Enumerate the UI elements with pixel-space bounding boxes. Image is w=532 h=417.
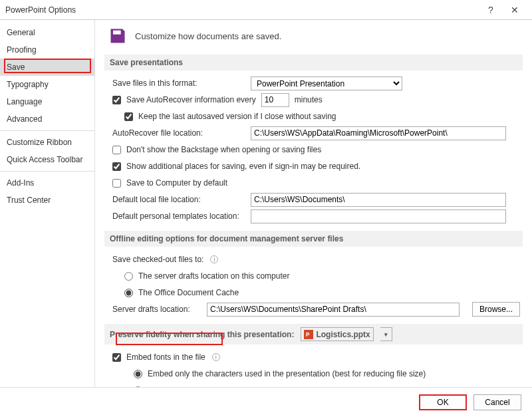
titlebar: PowerPoint Options ? ✕: [0, 0, 532, 20]
embed-chars-label: Embed only the characters used in the pr…: [148, 369, 426, 378]
checkedout-label: Save checked-out files to:: [112, 255, 203, 264]
server-drafts-radio[interactable]: [124, 272, 133, 281]
drafts-loc-input[interactable]: [207, 303, 460, 317]
default-local-label: Default local file location:: [112, 195, 245, 204]
browse-button[interactable]: Browse...: [472, 302, 520, 317]
drafts-loc-label: Server drafts location:: [112, 305, 201, 314]
autorecover-loc-input[interactable]: [251, 126, 506, 140]
info-icon[interactable]: i: [212, 353, 220, 361]
presentation-file-combo[interactable]: P Logistics.pptx: [301, 327, 373, 341]
keep-last-checkbox[interactable]: [124, 112, 133, 121]
embed-fonts-label: Embed fonts in the file: [126, 352, 205, 362]
save-computer-checkbox[interactable]: [112, 179, 121, 188]
powerpoint-file-icon: P: [304, 330, 313, 339]
page-header: Customize how documents are saved.: [135, 31, 281, 41]
sidebar-item-advanced[interactable]: Advanced: [0, 110, 94, 128]
save-format-select[interactable]: PowerPoint Presentation: [251, 76, 402, 90]
section-offline-editing: Offline editing options for document man…: [104, 231, 523, 247]
presentation-file-name: Logistics.pptx: [316, 330, 370, 339]
embed-all-radio[interactable]: [134, 386, 142, 388]
section-preserve-fidelity: Preserve fidelity when sharing this pres…: [104, 324, 523, 345]
keep-last-label: Keep the last autosaved version if I clo…: [138, 112, 336, 121]
additional-places-checkbox[interactable]: [112, 162, 121, 171]
no-backstage-checkbox[interactable]: [112, 146, 121, 154]
autorecover-checkbox[interactable]: [112, 96, 121, 104]
doc-cache-label: The Office Document Cache: [138, 288, 239, 297]
autorecover-minutes-input[interactable]: [261, 93, 289, 107]
sidebar-item-addins[interactable]: Add-Ins: [0, 174, 94, 192]
embed-chars-radio[interactable]: [134, 370, 142, 378]
default-local-input[interactable]: [251, 193, 506, 207]
content-pane: Customize how documents are saved. Save …: [95, 20, 532, 387]
embed-all-label: Embed all characters (best for editing b…: [148, 386, 340, 387]
sidebar-item-trust-center[interactable]: Trust Center: [0, 192, 94, 209]
sidebar-item-save[interactable]: Save: [0, 59, 94, 76]
chevron-down-icon[interactable]: ▾: [380, 327, 392, 341]
sidebar-item-qat[interactable]: Quick Access Toolbar: [0, 151, 94, 168]
sidebar: General Proofing Save Typography Languag…: [0, 20, 95, 387]
footer: OK Cancel: [0, 387, 532, 416]
server-drafts-label: The server drafts location on this compu…: [138, 271, 289, 281]
sidebar-item-general[interactable]: General: [0, 24, 94, 41]
info-icon[interactable]: i: [210, 255, 218, 263]
format-label: Save files in this format:: [112, 78, 245, 88]
section-save-presentations: Save presentations: [104, 55, 523, 70]
default-templates-input[interactable]: [251, 209, 506, 223]
svg-text:P: P: [306, 331, 310, 337]
cancel-button[interactable]: Cancel: [473, 394, 521, 410]
preserve-fidelity-label: Preserve fidelity when sharing this pres…: [110, 330, 294, 339]
sidebar-item-proofing[interactable]: Proofing: [0, 41, 94, 59]
window-title: PowerPoint Options: [5, 5, 479, 15]
doc-cache-radio[interactable]: [124, 289, 133, 297]
save-computer-label: Save to Computer by default: [126, 178, 227, 188]
sidebar-item-customize-ribbon[interactable]: Customize Ribbon: [0, 134, 94, 151]
save-icon: [108, 27, 127, 45]
help-icon[interactable]: ?: [479, 5, 503, 15]
svg-rect-0: [118, 31, 119, 34]
autorecover-loc-label: AutoRecover file location:: [112, 128, 245, 138]
autorecover-label: Save AutoRecover information every: [126, 95, 256, 104]
additional-places-label: Show additional places for saving, even …: [126, 162, 360, 171]
default-templates-label: Default personal templates location:: [112, 211, 245, 221]
autorecover-unit: minutes: [295, 95, 323, 104]
sidebar-item-language[interactable]: Language: [0, 93, 94, 110]
no-backstage-label: Don't show the Backstage when opening or…: [126, 145, 321, 154]
ok-button[interactable]: OK: [419, 394, 467, 410]
embed-fonts-checkbox[interactable]: [112, 353, 121, 362]
sidebar-item-typography[interactable]: Typography: [0, 76, 94, 93]
close-icon[interactable]: ✕: [503, 5, 527, 15]
